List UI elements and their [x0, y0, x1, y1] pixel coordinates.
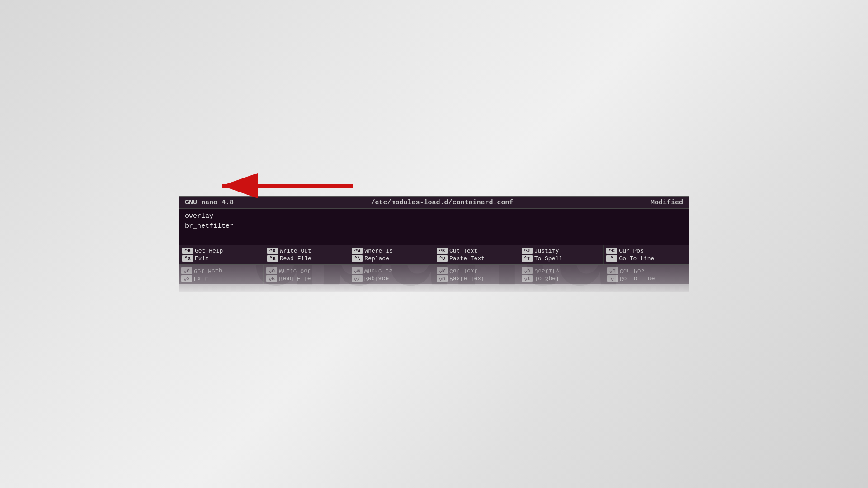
shortcut-group-1: ^G Get Help ^X Exit: [179, 245, 264, 264]
label-to-spell: To Spell: [534, 255, 562, 262]
ref-row-3: ^R Read File: [266, 275, 345, 282]
shortcut-go-to-line[interactable]: ^ Go To Line: [606, 255, 686, 263]
ref-group-6: ^ Go To Line ^C Cur Pos: [604, 265, 689, 284]
modified-status: Modified: [651, 199, 683, 206]
file-name: /etc/modules-load.d/containerd.conf: [371, 199, 513, 206]
ref-label-6b: Cur Pos: [620, 267, 645, 274]
shortcut-exit[interactable]: ^X Exit: [182, 255, 261, 263]
shortcut-bar: ^G Get Help ^X Exit ^O Write Out ^R Read…: [179, 245, 689, 264]
shortcut-group-6: ^C Cur Pos ^ Go To Line: [604, 245, 689, 264]
ref-group-3: ^\ Replace ^W Where Is: [349, 265, 434, 284]
label-write-out: Write Out: [280, 248, 311, 254]
shortcut-replace[interactable]: ^\ Replace: [352, 255, 431, 263]
label-paste-text: Paste Text: [449, 255, 485, 262]
ref-key-2b: ^O: [266, 267, 277, 274]
ref-key-1a: ^X: [181, 275, 192, 282]
shortcut-justify[interactable]: ^J Justify: [522, 247, 601, 255]
ref-key-5b: ^J: [522, 267, 533, 274]
label-cur-pos: Cur Pos: [619, 248, 644, 254]
ref-row-2: ^G Get Help: [181, 267, 260, 275]
label-read-file: Read File: [280, 255, 311, 262]
ref-row-1: ^X Exit: [181, 275, 260, 282]
shortcut-paste-text[interactable]: ^U Paste Text: [437, 255, 516, 263]
label-get-help: Get Help: [195, 248, 223, 254]
key-ctrl-c: ^C: [606, 248, 617, 254]
ref-label-2b: Write Out: [279, 267, 311, 274]
shortcut-group-2: ^O Write Out ^R Read File: [264, 245, 349, 264]
shortcut-write-out[interactable]: ^O Write Out: [267, 247, 346, 255]
ref-key-5a: ^T: [522, 275, 533, 282]
ref-label-4b: Cut Text: [449, 267, 477, 274]
reflection: ^X Exit ^G Get Help ^R Read File ^O: [179, 265, 689, 292]
terminal-wrapper: GNU nano 4.8 /etc/modules-load.d/contain…: [179, 196, 689, 292]
ref-row-4: ^O Write Out: [266, 267, 345, 275]
editor-line-1: overlay: [185, 211, 683, 222]
label-exit: Exit: [195, 255, 209, 262]
key-ctrl-w: ^W: [352, 248, 363, 254]
ref-label-3b: Where Is: [364, 267, 392, 274]
key-ctrl-u: ^U: [437, 255, 448, 262]
shortcut-cut-text[interactable]: ^K Cut Text: [437, 247, 516, 255]
ref-row-7: ^U Paste Text: [437, 275, 516, 282]
ref-group-1: ^X Exit ^G Get Help: [179, 265, 264, 284]
reflection-content: ^X Exit ^G Get Help ^R Read File ^O: [179, 265, 689, 284]
shortcut-read-file[interactable]: ^R Read File: [267, 255, 346, 263]
title-bar: GNU nano 4.8 /etc/modules-load.d/contain…: [179, 197, 689, 209]
ref-row-12: ^C Cur Pos: [607, 267, 687, 275]
ref-key-6b: ^C: [607, 267, 618, 274]
label-justify: Justify: [534, 248, 559, 254]
terminal: GNU nano 4.8 /etc/modules-load.d/contain…: [179, 196, 689, 265]
shortcut-to-spell[interactable]: ^T To Spell: [522, 255, 601, 263]
ref-group-4: ^U Paste Text ^K Cut Text: [434, 265, 519, 284]
ref-key-4b: ^K: [437, 267, 448, 274]
label-where-is: Where Is: [364, 248, 392, 254]
ref-row-5: ^\ Replace: [352, 275, 431, 282]
key-ctrl-j: ^J: [522, 248, 533, 254]
ref-group-5: ^T To Spell ^J Justify: [519, 265, 604, 284]
editor-line-2: br_netfilter: [185, 221, 683, 232]
ref-row-10: ^J Justify: [522, 267, 601, 275]
ref-label-1a: Exit: [194, 275, 208, 282]
ref-row-8: ^K Cut Text: [437, 267, 516, 275]
ref-row-9: ^T To Spell: [522, 275, 601, 282]
shortcut-group-4: ^K Cut Text ^U Paste Text: [434, 245, 519, 264]
label-replace: Replace: [364, 255, 389, 262]
key-ctrl-caret: ^: [606, 255, 617, 262]
ref-label-5b: Justify: [534, 267, 559, 274]
key-ctrl-t: ^T: [522, 255, 533, 262]
shortcut-cur-pos[interactable]: ^C Cur Pos: [606, 247, 686, 255]
ref-key-3b: ^W: [352, 267, 363, 274]
ref-row-11: ^ Go To Line: [607, 275, 687, 282]
ref-label-2a: Read File: [279, 275, 311, 282]
ref-key-3a: ^\: [352, 275, 363, 282]
ref-key-6a: ^: [607, 275, 618, 282]
ref-row-6: ^W Where Is: [352, 267, 431, 275]
ref-label-5a: To Spell: [534, 275, 562, 282]
ref-key-4a: ^U: [437, 275, 448, 282]
ref-label-1b: Get Help: [194, 267, 222, 274]
ref-label-3a: Replace: [364, 275, 389, 282]
label-go-to-line: Go To Line: [619, 255, 654, 262]
editor-area[interactable]: overlay br_netfilter: [179, 209, 689, 245]
key-ctrl-backslash: ^\: [352, 255, 363, 262]
reflection-bar: ^X Exit ^G Get Help ^R Read File ^O: [179, 265, 689, 284]
key-ctrl-o: ^O: [267, 248, 278, 254]
shortcut-get-help[interactable]: ^G Get Help: [182, 247, 261, 255]
ref-key-1b: ^G: [181, 267, 192, 274]
ref-label-6a: Go To Line: [620, 275, 655, 282]
shortcut-group-5: ^J Justify ^T To Spell: [519, 245, 604, 264]
key-ctrl-r: ^R: [267, 255, 278, 262]
shortcut-where-is[interactable]: ^W Where Is: [352, 247, 431, 255]
key-ctrl-g: ^G: [182, 248, 193, 254]
ref-group-2: ^R Read File ^O Write Out: [264, 265, 349, 284]
key-ctrl-x: ^X: [182, 255, 193, 262]
ref-label-4a: Paste Text: [449, 275, 485, 282]
label-cut-text: Cut Text: [449, 248, 477, 254]
shortcut-group-3: ^W Where Is ^\ Replace: [349, 245, 434, 264]
ref-key-2a: ^R: [266, 275, 277, 282]
app-name: GNU nano 4.8: [185, 199, 234, 206]
key-ctrl-k: ^K: [437, 248, 448, 254]
